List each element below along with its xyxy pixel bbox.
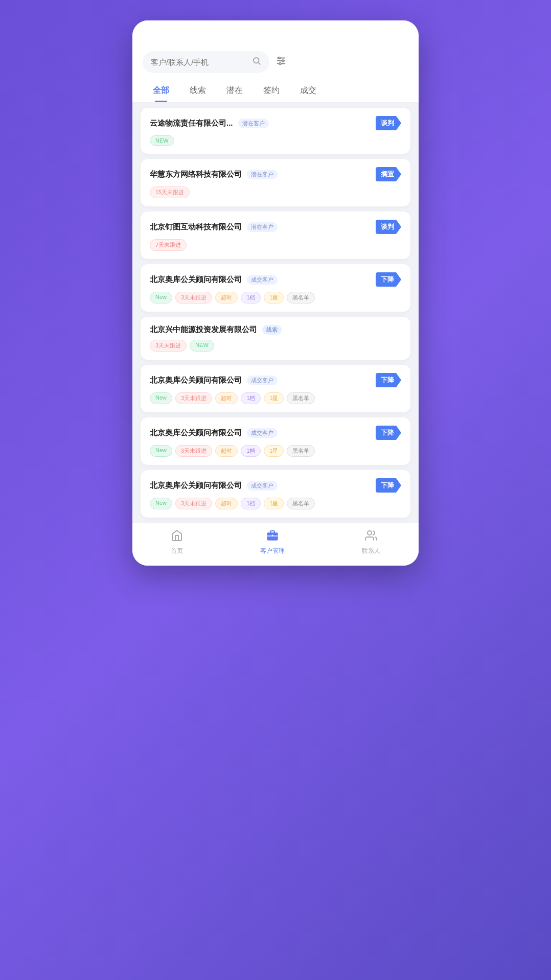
tag-list: 15天未跟进 xyxy=(150,186,401,198)
status-badge: 谈判 xyxy=(376,116,401,130)
customer-name: 北京奥库公关顾问有限公司 xyxy=(150,481,242,491)
customer-list: 云途物流责任有限公司... 潜在客户 谈判 NEW 华慧东方网络科技有限公司 潜… xyxy=(132,103,419,523)
tag-overtime: 超时 xyxy=(215,498,238,509)
tag-new: New xyxy=(150,445,172,457)
tag-overtime: 超时 xyxy=(215,445,238,457)
svg-line-1 xyxy=(258,62,260,64)
tag-new: New xyxy=(150,292,172,304)
customer-type-badge: 成交客户 xyxy=(247,275,278,285)
list-item[interactable]: 北京奥库公关顾问有限公司 成交客户 下降 New 3天未跟进 超时 1档 1星 … xyxy=(141,365,410,412)
tag-days: 7天未跟进 xyxy=(150,239,187,251)
search-icon xyxy=(252,56,261,68)
svg-point-5 xyxy=(279,57,281,59)
customer-type-badge: 成交客户 xyxy=(247,481,278,491)
list-item[interactable]: 北京兴中能源投资发展有限公司 线索 3天未跟进 NEW xyxy=(141,317,410,360)
nav-contacts-label: 联系人 xyxy=(362,547,380,555)
tag-list: NEW xyxy=(150,135,401,146)
bottom-nav: 首页 客户管理 联系人 xyxy=(132,523,419,566)
nav-contacts[interactable]: 联系人 xyxy=(362,529,380,555)
customer-type-badge: 成交客户 xyxy=(247,428,278,438)
tag-blacklist: 黑名单 xyxy=(287,392,315,404)
customer-name: 北京兴中能源投资发展有限公司 xyxy=(150,325,257,335)
tag-level: 1档 xyxy=(241,292,261,304)
svg-rect-8 xyxy=(267,533,278,540)
tag-new: New xyxy=(150,498,172,509)
status-bar xyxy=(132,20,419,43)
tag-days: 15天未跟进 xyxy=(150,186,190,198)
list-item[interactable]: 北京奥库公关顾问有限公司 成交客户 下降 New 3天未跟进 超时 1档 1星 … xyxy=(141,264,410,312)
customer-name: 北京奥库公关顾问有限公司 xyxy=(150,376,242,385)
tag-star: 1星 xyxy=(264,445,284,457)
svg-point-7 xyxy=(279,63,281,65)
customer-type-badge: 潜在客户 xyxy=(247,222,278,232)
list-item[interactable]: 北京奥库公关顾问有限公司 成交客户 下降 New 3天未跟进 超时 1档 1星 … xyxy=(141,470,410,518)
nav-home[interactable]: 首页 xyxy=(171,529,183,555)
status-badge: 下降 xyxy=(376,272,401,287)
customer-type-badge: 潜在客户 xyxy=(238,119,269,128)
customer-name: 北京钉图互动科技有限公司 xyxy=(150,222,242,232)
customer-type-badge: 成交客户 xyxy=(247,376,278,385)
tag-days: 3天未跟进 xyxy=(175,292,212,304)
tab-deal[interactable]: 成交 xyxy=(290,79,327,102)
tag-list: New 3天未跟进 超时 1档 1星 黑名单 xyxy=(150,392,401,404)
search-area xyxy=(132,43,419,79)
tab-leads[interactable]: 线索 xyxy=(179,79,216,102)
list-item[interactable]: 华慧东方网络科技有限公司 潜在客户 搁置 15天未跟进 xyxy=(141,159,410,206)
status-badge: 谈判 xyxy=(376,220,401,234)
nav-home-label: 首页 xyxy=(171,547,183,555)
filter-icon[interactable] xyxy=(276,55,287,69)
tag-list: New 3天未跟进 超时 1档 1星 黑名单 xyxy=(150,498,401,509)
tag-list: New 3天未跟进 超时 1档 1星 黑名单 xyxy=(150,292,401,304)
tag-blacklist: 黑名单 xyxy=(287,445,315,457)
tag-star: 1星 xyxy=(264,292,284,304)
tag-level: 1档 xyxy=(241,392,261,404)
status-badge: 下降 xyxy=(376,426,401,440)
tag-blacklist: 黑名单 xyxy=(287,498,315,509)
home-icon xyxy=(171,529,183,545)
tag-level: 1档 xyxy=(241,445,261,457)
list-item[interactable]: 北京奥库公关顾问有限公司 成交客户 下降 New 3天未跟进 超时 1档 1星 … xyxy=(141,417,410,465)
customer-type-badge: 线索 xyxy=(262,325,282,335)
tabs-bar: 全部 线索 潜在 签约 成交 xyxy=(132,79,419,103)
tag-level: 1档 xyxy=(241,498,261,509)
tag-star: 1星 xyxy=(264,498,284,509)
tag-overtime: 超时 xyxy=(215,392,238,404)
tag-days: 3天未跟进 xyxy=(150,340,187,352)
tag-new: NEW xyxy=(190,340,214,352)
tab-potential[interactable]: 潜在 xyxy=(216,79,253,102)
tag-list: 7天未跟进 xyxy=(150,239,401,251)
phone-container: 全部 线索 潜在 签约 成交 云途物流责任有限公司... 潜在客户 谈判 NEW xyxy=(132,20,419,566)
contacts-icon xyxy=(365,529,377,545)
tag-star: 1星 xyxy=(264,392,284,404)
tag-list: New 3天未跟进 超时 1档 1星 黑名单 xyxy=(150,445,401,457)
customer-type-badge: 潜在客户 xyxy=(247,170,278,179)
tab-all[interactable]: 全部 xyxy=(143,79,179,102)
customer-name: 北京奥库公关顾问有限公司 xyxy=(150,275,242,285)
tag-list: 3天未跟进 NEW xyxy=(150,340,401,352)
search-input[interactable] xyxy=(151,58,248,66)
tag-overtime: 超时 xyxy=(215,292,238,304)
tag-new: New xyxy=(150,392,172,404)
tag-days: 3天未跟进 xyxy=(175,445,212,457)
customer-name: 北京奥库公关顾问有限公司 xyxy=(150,428,242,438)
list-item[interactable]: 云途物流责任有限公司... 潜在客户 谈判 NEW xyxy=(141,108,410,154)
search-bar[interactable] xyxy=(143,51,269,73)
customer-name: 云途物流责任有限公司... xyxy=(150,119,233,128)
tag-blacklist: 黑名单 xyxy=(287,292,315,304)
svg-point-6 xyxy=(282,60,284,62)
tag-new: NEW xyxy=(150,135,174,146)
nav-customers[interactable]: 客户管理 xyxy=(260,529,285,555)
svg-point-10 xyxy=(368,531,372,535)
tag-days: 3天未跟进 xyxy=(175,498,212,509)
status-badge: 下降 xyxy=(376,373,401,387)
briefcase-icon xyxy=(266,529,279,545)
customer-name: 华慧东方网络科技有限公司 xyxy=(150,170,242,179)
status-badge: 下降 xyxy=(376,478,401,493)
nav-customers-label: 客户管理 xyxy=(260,547,285,555)
list-item[interactable]: 北京钉图互动科技有限公司 潜在客户 谈判 7天未跟进 xyxy=(141,212,410,259)
tab-signed[interactable]: 签约 xyxy=(253,79,290,102)
tag-days: 3天未跟进 xyxy=(175,392,212,404)
status-badge: 搁置 xyxy=(376,167,401,181)
